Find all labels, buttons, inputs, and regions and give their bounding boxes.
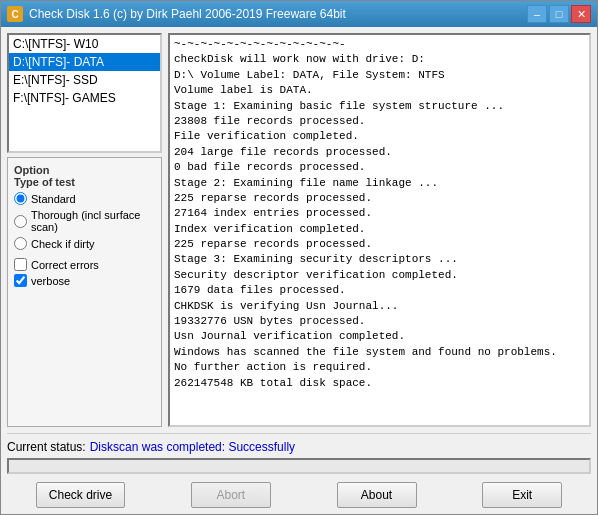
radio-input-r2[interactable] (14, 215, 27, 228)
app-icon: C (7, 6, 23, 22)
output-line: 1679 data files processed. (174, 283, 585, 298)
checkbox-group: Correct errorsverbose (14, 258, 155, 287)
left-panel: C:\[NTFS]- W10D:\[NTFS]- DATAE:\[NTFS]- … (7, 33, 162, 427)
status-value: Diskscan was completed: Successfully (90, 440, 295, 454)
output-line: Usn Journal verification completed. (174, 329, 585, 344)
window-title: Check Disk 1.6 (c) by Dirk Paehl 2006-20… (29, 7, 346, 21)
button-row: Check drive Abort About Exit (1, 478, 597, 514)
radio-item-r2[interactable]: Thorough (incl surface scan) (14, 209, 155, 233)
drive-item[interactable]: F:\[NTFS]- GAMES (9, 89, 160, 107)
output-line: No further action is required. (174, 360, 585, 375)
output-line: Security descriptor verification complet… (174, 268, 585, 283)
title-bar: C Check Disk 1.6 (c) by Dirk Paehl 2006-… (1, 1, 597, 27)
abort-button[interactable]: Abort (191, 482, 271, 508)
exit-button[interactable]: Exit (482, 482, 562, 508)
output-line: ~-~-~-~-~-~-~-~-~-~-~-~-~- (174, 37, 585, 52)
right-panel: ~-~-~-~-~-~-~-~-~-~-~-~-~-checkDisk will… (168, 33, 591, 427)
checkbox-input-c2[interactable] (14, 274, 27, 287)
about-button[interactable]: About (337, 482, 417, 508)
option-label2: Type of test (14, 176, 155, 188)
main-content: C:\[NTFS]- W10D:\[NTFS]- DATAE:\[NTFS]- … (1, 27, 597, 433)
checkbox-item-c1[interactable]: Correct errors (14, 258, 155, 271)
main-window: C Check Disk 1.6 (c) by Dirk Paehl 2006-… (0, 0, 598, 515)
output-line: CHKDSK is verifying Usn Journal... (174, 299, 585, 314)
radio-input-r1[interactable] (14, 192, 27, 205)
output-line: 225 reparse records processed. (174, 237, 585, 252)
drive-item[interactable]: C:\[NTFS]- W10 (9, 35, 160, 53)
radio-item-r3[interactable]: Check if dirty (14, 237, 155, 250)
radio-group: StandardThorough (incl surface scan)Chec… (14, 192, 155, 250)
drive-item[interactable]: D:\[NTFS]- DATA (9, 53, 160, 71)
output-line: 225 reparse records processed. (174, 191, 585, 206)
output-line: Volume label is DATA. (174, 83, 585, 98)
radio-item-r1[interactable]: Standard (14, 192, 155, 205)
title-bar-left: C Check Disk 1.6 (c) by Dirk Paehl 2006-… (7, 6, 346, 22)
output-line: Stage 3: Examining security descriptors … (174, 252, 585, 267)
title-buttons: – □ ✕ (527, 5, 591, 23)
radio-input-r3[interactable] (14, 237, 27, 250)
output-area[interactable]: ~-~-~-~-~-~-~-~-~-~-~-~-~-checkDisk will… (168, 33, 591, 427)
checkbox-item-c2[interactable]: verbose (14, 274, 155, 287)
status-label: Current status: (7, 440, 86, 454)
output-line: Windows has scanned the file system and … (174, 345, 585, 360)
drive-item[interactable]: E:\[NTFS]- SSD (9, 71, 160, 89)
options-title: Option Type of test (14, 164, 155, 188)
output-line: 0 bad file records processed. (174, 160, 585, 175)
drive-list[interactable]: C:\[NTFS]- W10D:\[NTFS]- DATAE:\[NTFS]- … (7, 33, 162, 153)
output-line: 23808 file records processed. (174, 114, 585, 129)
close-button[interactable]: ✕ (571, 5, 591, 23)
check-drive-button[interactable]: Check drive (36, 482, 125, 508)
output-line: Index verification completed. (174, 222, 585, 237)
output-line: checkDisk will work now with drive: D: (174, 52, 585, 67)
checkbox-input-c1[interactable] (14, 258, 27, 271)
minimize-button[interactable]: – (527, 5, 547, 23)
separator (7, 433, 591, 434)
option-label1: Option (14, 164, 155, 176)
output-line: 27164 index entries processed. (174, 206, 585, 221)
output-line: 19332776 USN bytes processed. (174, 314, 585, 329)
output-line: 204 large file records processed. (174, 145, 585, 160)
maximize-button[interactable]: □ (549, 5, 569, 23)
status-bar: Current status: Diskscan was completed: … (1, 436, 597, 458)
output-line: Stage 1: Examining basic file system str… (174, 99, 585, 114)
output-line: File verification completed. (174, 129, 585, 144)
progress-bar-container (7, 458, 591, 474)
output-line: D:\ Volume Label: DATA, File System: NTF… (174, 68, 585, 83)
output-line: Stage 2: Examining file name linkage ... (174, 176, 585, 191)
options-box: Option Type of test StandardThorough (in… (7, 157, 162, 427)
output-line: 262147548 KB total disk space. (174, 376, 585, 391)
